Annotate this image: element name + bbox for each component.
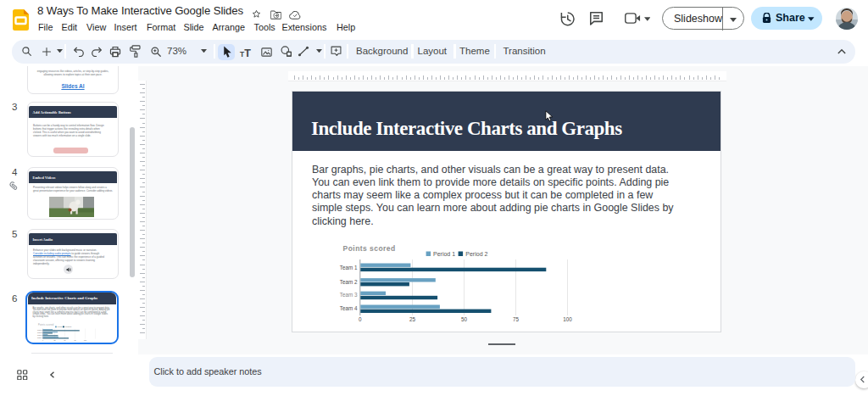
svg-text:50: 50 <box>461 316 468 322</box>
svg-text:75: 75 <box>74 339 75 341</box>
svg-text:Team 3: Team 3 <box>37 334 42 336</box>
svg-text:0: 0 <box>359 316 362 322</box>
svg-text:75: 75 <box>513 316 520 322</box>
svg-text:Team 2: Team 2 <box>37 332 42 333</box>
svg-text:Team 3: Team 3 <box>340 292 358 298</box>
svg-text:Period 2: Period 2 <box>64 326 71 327</box>
svg-text:25: 25 <box>53 339 55 341</box>
svg-text:Team 1: Team 1 <box>340 265 358 271</box>
svg-text:Team 1: Team 1 <box>37 329 42 331</box>
svg-text:50: 50 <box>64 339 65 341</box>
svg-text:100: 100 <box>84 339 86 341</box>
svg-text:100: 100 <box>563 316 572 322</box>
svg-text:Points scored: Points scored <box>38 323 54 326</box>
svg-text:Points scored: Points scored <box>343 244 396 253</box>
svg-text:0: 0 <box>42 339 43 341</box>
svg-text:Period 1: Period 1 <box>433 251 455 257</box>
svg-text:Team 4: Team 4 <box>37 337 42 338</box>
svg-text:Team 4: Team 4 <box>340 305 358 311</box>
svg-text:25: 25 <box>409 316 416 322</box>
svg-text:Team 2: Team 2 <box>340 279 358 285</box>
svg-text:Period 2: Period 2 <box>465 251 487 257</box>
